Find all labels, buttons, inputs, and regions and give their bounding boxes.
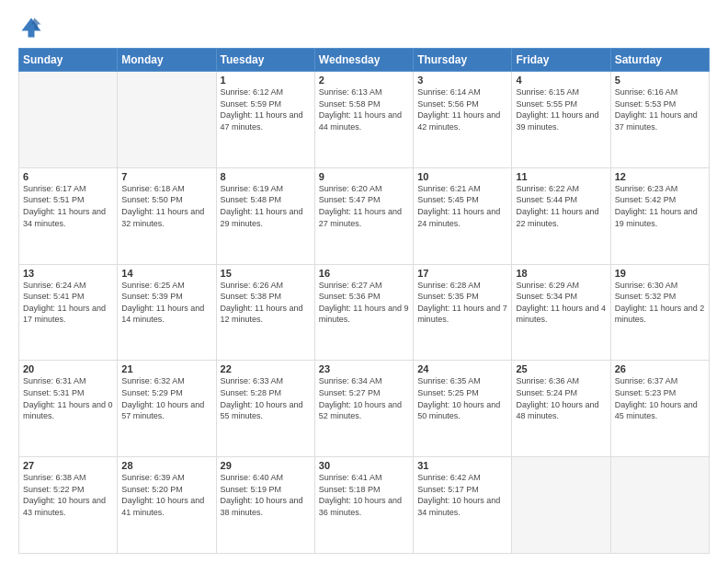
day-detail: Sunrise: 6:33 AMSunset: 5:28 PMDaylight:… [221, 375, 311, 421]
calendar-week-row: 20Sunrise: 6:31 AMSunset: 5:31 PMDayligh… [19, 361, 710, 457]
day-number: 11 [516, 171, 606, 182]
calendar-cell: 12Sunrise: 6:23 AMSunset: 5:42 PMDayligh… [610, 167, 709, 264]
weekday-header: Thursday [414, 49, 512, 72]
calendar-cell: 22Sunrise: 6:33 AMSunset: 5:28 PMDayligh… [216, 361, 314, 457]
day-number: 4 [516, 75, 606, 86]
weekday-header: Tuesday [216, 49, 314, 72]
day-number: 14 [121, 268, 211, 279]
day-number: 8 [221, 171, 311, 182]
calendar-cell: 21Sunrise: 6:32 AMSunset: 5:29 PMDayligh… [118, 361, 216, 457]
calendar-cell: 16Sunrise: 6:27 AMSunset: 5:36 PMDayligh… [314, 264, 413, 361]
calendar-cell: 1Sunrise: 6:12 AMSunset: 5:59 PMDaylight… [216, 72, 314, 168]
day-detail: Sunrise: 6:37 AMSunset: 5:23 PMDaylight:… [615, 375, 705, 421]
day-detail: Sunrise: 6:21 AMSunset: 5:45 PMDaylight:… [417, 183, 507, 229]
calendar-cell: 10Sunrise: 6:21 AMSunset: 5:45 PMDayligh… [414, 167, 512, 264]
calendar-cell: 4Sunrise: 6:15 AMSunset: 5:55 PMDaylight… [512, 72, 610, 168]
day-number: 20 [23, 363, 113, 374]
day-number: 10 [417, 171, 507, 182]
calendar-cell: 24Sunrise: 6:35 AMSunset: 5:25 PMDayligh… [414, 361, 512, 457]
calendar-cell: 23Sunrise: 6:34 AMSunset: 5:27 PMDayligh… [314, 361, 413, 457]
calendar-week-row: 6Sunrise: 6:17 AMSunset: 5:51 PMDaylight… [19, 167, 710, 264]
day-detail: Sunrise: 6:15 AMSunset: 5:55 PMDaylight:… [516, 86, 606, 132]
calendar-week-row: 27Sunrise: 6:38 AMSunset: 5:22 PMDayligh… [19, 457, 710, 554]
day-number: 18 [516, 268, 606, 279]
day-number: 24 [417, 363, 507, 374]
day-detail: Sunrise: 6:24 AMSunset: 5:41 PMDaylight:… [23, 280, 113, 326]
day-number: 13 [23, 268, 113, 279]
calendar-cell: 28Sunrise: 6:39 AMSunset: 5:20 PMDayligh… [118, 457, 216, 554]
calendar-cell: 26Sunrise: 6:37 AMSunset: 5:23 PMDayligh… [610, 361, 709, 457]
day-detail: Sunrise: 6:36 AMSunset: 5:24 PMDaylight:… [516, 375, 606, 421]
calendar-cell: 6Sunrise: 6:17 AMSunset: 5:51 PMDaylight… [19, 167, 118, 264]
day-number: 16 [319, 268, 409, 279]
day-number: 22 [221, 363, 311, 374]
day-detail: Sunrise: 6:25 AMSunset: 5:39 PMDaylight:… [121, 280, 211, 326]
calendar-cell: 19Sunrise: 6:30 AMSunset: 5:32 PMDayligh… [610, 264, 709, 361]
svg-marker-0 [22, 18, 41, 38]
day-number: 27 [23, 460, 113, 471]
calendar-cell: 11Sunrise: 6:22 AMSunset: 5:44 PMDayligh… [512, 167, 610, 264]
day-detail: Sunrise: 6:39 AMSunset: 5:20 PMDaylight:… [121, 472, 211, 518]
day-detail: Sunrise: 6:26 AMSunset: 5:38 PMDaylight:… [221, 280, 311, 326]
day-detail: Sunrise: 6:23 AMSunset: 5:42 PMDaylight:… [615, 183, 705, 229]
calendar-week-row: 13Sunrise: 6:24 AMSunset: 5:41 PMDayligh… [19, 264, 710, 361]
day-number: 26 [615, 363, 705, 374]
day-detail: Sunrise: 6:16 AMSunset: 5:53 PMDaylight:… [615, 86, 705, 132]
day-detail: Sunrise: 6:34 AMSunset: 5:27 PMDaylight:… [319, 375, 409, 421]
day-number: 3 [417, 75, 507, 86]
calendar-cell: 15Sunrise: 6:26 AMSunset: 5:38 PMDayligh… [216, 264, 314, 361]
calendar-cell: 14Sunrise: 6:25 AMSunset: 5:39 PMDayligh… [118, 264, 216, 361]
day-number: 25 [516, 363, 606, 374]
logo [18, 15, 48, 40]
weekday-header: Monday [118, 49, 216, 72]
calendar-cell: 29Sunrise: 6:40 AMSunset: 5:19 PMDayligh… [216, 457, 314, 554]
day-number: 30 [319, 460, 409, 471]
calendar-cell: 8Sunrise: 6:19 AMSunset: 5:48 PMDaylight… [216, 167, 314, 264]
day-detail: Sunrise: 6:28 AMSunset: 5:35 PMDaylight:… [417, 280, 507, 326]
calendar-cell: 5Sunrise: 6:16 AMSunset: 5:53 PMDaylight… [610, 72, 709, 168]
calendar-cell: 18Sunrise: 6:29 AMSunset: 5:34 PMDayligh… [512, 264, 610, 361]
header [18, 15, 710, 40]
day-detail: Sunrise: 6:31 AMSunset: 5:31 PMDaylight:… [23, 375, 113, 421]
day-number: 2 [319, 75, 409, 86]
day-detail: Sunrise: 6:40 AMSunset: 5:19 PMDaylight:… [221, 472, 311, 518]
day-detail: Sunrise: 6:19 AMSunset: 5:48 PMDaylight:… [221, 183, 311, 229]
calendar-cell [610, 457, 709, 554]
calendar-cell: 17Sunrise: 6:28 AMSunset: 5:35 PMDayligh… [414, 264, 512, 361]
day-detail: Sunrise: 6:32 AMSunset: 5:29 PMDaylight:… [121, 375, 211, 421]
day-number: 29 [221, 460, 311, 471]
day-detail: Sunrise: 6:22 AMSunset: 5:44 PMDaylight:… [516, 183, 606, 229]
calendar-cell: 30Sunrise: 6:41 AMSunset: 5:18 PMDayligh… [314, 457, 413, 554]
day-detail: Sunrise: 6:20 AMSunset: 5:47 PMDaylight:… [319, 183, 409, 229]
calendar-cell: 2Sunrise: 6:13 AMSunset: 5:58 PMDaylight… [314, 72, 413, 168]
calendar-cell [19, 72, 118, 168]
calendar-cell: 25Sunrise: 6:36 AMSunset: 5:24 PMDayligh… [512, 361, 610, 457]
day-number: 5 [615, 75, 705, 86]
day-number: 31 [417, 460, 507, 471]
day-detail: Sunrise: 6:30 AMSunset: 5:32 PMDaylight:… [615, 280, 705, 326]
day-number: 17 [417, 268, 507, 279]
day-detail: Sunrise: 6:41 AMSunset: 5:18 PMDaylight:… [319, 472, 409, 518]
day-number: 9 [319, 171, 409, 182]
weekday-header: Friday [512, 49, 610, 72]
day-number: 21 [121, 363, 211, 374]
day-detail: Sunrise: 6:42 AMSunset: 5:17 PMDaylight:… [417, 472, 507, 518]
calendar-cell: 27Sunrise: 6:38 AMSunset: 5:22 PMDayligh… [19, 457, 118, 554]
day-number: 7 [121, 171, 211, 182]
day-detail: Sunrise: 6:27 AMSunset: 5:36 PMDaylight:… [319, 280, 409, 326]
calendar-cell [118, 72, 216, 168]
day-detail: Sunrise: 6:17 AMSunset: 5:51 PMDaylight:… [23, 183, 113, 229]
calendar-cell: 7Sunrise: 6:18 AMSunset: 5:50 PMDaylight… [118, 167, 216, 264]
day-detail: Sunrise: 6:12 AMSunset: 5:59 PMDaylight:… [221, 86, 311, 132]
day-number: 19 [615, 268, 705, 279]
calendar-table: SundayMondayTuesdayWednesdayThursdayFrid… [18, 48, 710, 554]
calendar-cell: 13Sunrise: 6:24 AMSunset: 5:41 PMDayligh… [19, 264, 118, 361]
day-number: 23 [319, 363, 409, 374]
day-number: 15 [221, 268, 311, 279]
day-number: 28 [121, 460, 211, 471]
weekday-header: Wednesday [314, 49, 413, 72]
day-detail: Sunrise: 6:29 AMSunset: 5:34 PMDaylight:… [516, 280, 606, 326]
calendar-cell: 31Sunrise: 6:42 AMSunset: 5:17 PMDayligh… [414, 457, 512, 554]
day-detail: Sunrise: 6:13 AMSunset: 5:58 PMDaylight:… [319, 86, 409, 132]
weekday-header-row: SundayMondayTuesdayWednesdayThursdayFrid… [19, 49, 710, 72]
